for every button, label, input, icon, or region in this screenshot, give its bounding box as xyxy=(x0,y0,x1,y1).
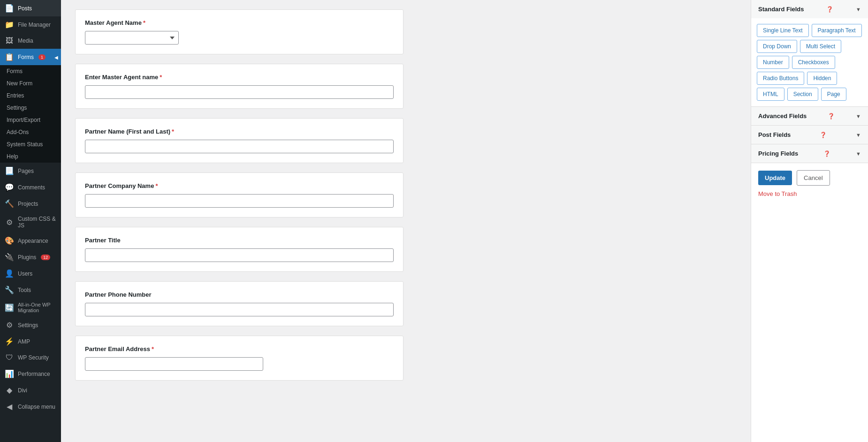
field-partner-company-name: Partner Company Name * xyxy=(75,172,404,217)
input-master-agent-name[interactable] xyxy=(85,31,179,45)
sidebar-item-label: WP Security xyxy=(18,354,49,361)
post-fields-header[interactable]: Post Fields ❓ ▼ xyxy=(751,126,868,144)
field-label-partner-email: Partner Email Address * xyxy=(85,345,394,352)
field-label-partner-name: Partner Name (First and Last) * xyxy=(85,128,394,135)
add-ons-label: Add-Ons xyxy=(7,129,29,135)
advanced-fields-help-icon[interactable]: ❓ xyxy=(828,113,835,120)
post-fields-section: Post Fields ❓ ▼ xyxy=(751,126,868,144)
input-partner-email[interactable] xyxy=(85,357,263,371)
btn-section[interactable]: Section xyxy=(787,88,818,101)
btn-multi-select[interactable]: Multi Select xyxy=(800,40,841,53)
field-label-partner-company-name: Partner Company Name * xyxy=(85,182,394,189)
advanced-fields-title: Advanced Fields xyxy=(758,112,807,120)
sidebar-item-all-in-one[interactable]: 🔄 All-in-One WP Migration xyxy=(0,298,61,317)
sidebar-item-custom-css-js[interactable]: ⚙ Custom CSS & JS xyxy=(0,212,61,232)
sidebar-item-forms[interactable]: 📋 Forms 1 ◀ xyxy=(0,49,61,65)
sidebar-item-label: Posts xyxy=(18,5,32,12)
post-fields-help-icon[interactable]: ❓ xyxy=(820,132,827,138)
btn-checkboxes[interactable]: Checkboxes xyxy=(792,56,835,69)
pricing-fields-help-icon[interactable]: ❓ xyxy=(823,150,830,157)
wp-security-icon: 🛡 xyxy=(5,353,14,362)
btn-single-line-text[interactable]: Single Line Text xyxy=(757,24,809,37)
sidebar-item-entries[interactable]: Entries xyxy=(0,90,61,102)
sidebar-item-forms-root[interactable]: Forms xyxy=(0,65,61,77)
input-partner-company-name[interactable] xyxy=(85,194,394,208)
sidebar-item-tools[interactable]: 🔧 Tools xyxy=(0,282,61,298)
standard-fields-body: Single Line Text Paragraph Text Drop Dow… xyxy=(751,18,868,106)
forms-arrow: ◀ xyxy=(54,54,58,60)
btn-html[interactable]: HTML xyxy=(757,88,784,101)
input-enter-master-agent-name[interactable] xyxy=(85,85,394,99)
sidebar-item-users[interactable]: 👤 Users xyxy=(0,265,61,282)
cancel-button[interactable]: Cancel xyxy=(797,170,830,186)
pricing-fields-title: Pricing Fields xyxy=(758,150,798,157)
standard-fields-help-icon[interactable]: ❓ xyxy=(826,6,833,13)
standard-fields-section: Standard Fields ❓ ▼ Single Line Text Par… xyxy=(751,0,868,107)
main-content: Master Agent Name * Enter Master Agent n… xyxy=(61,0,751,442)
amp-icon: ⚡ xyxy=(5,337,14,346)
sidebar-item-label: Projects xyxy=(18,201,38,207)
plugins-badge: 12 xyxy=(41,255,50,260)
sidebar-item-file-manager[interactable]: 📁 File Manager xyxy=(0,16,61,33)
plugins-icon: 🔌 xyxy=(5,253,14,262)
sidebar-item-help[interactable]: Help xyxy=(0,150,61,163)
sidebar-item-appearance[interactable]: 🎨 Appearance xyxy=(0,232,61,249)
panel-actions: Update Cancel Move to Trash xyxy=(751,163,868,204)
sidebar-item-settings-main[interactable]: ⚙ Settings xyxy=(0,317,61,333)
sidebar-item-media[interactable]: 🖼 Media xyxy=(0,33,61,49)
input-partner-title[interactable] xyxy=(85,248,394,262)
sidebar-item-comments[interactable]: 💬 Comments xyxy=(0,179,61,195)
all-in-one-icon: 🔄 xyxy=(5,303,14,312)
sidebar-item-pages[interactable]: 📃 Pages xyxy=(0,163,61,179)
comments-icon: 💬 xyxy=(5,183,14,192)
sidebar-item-posts[interactable]: 📄 Posts xyxy=(0,0,61,16)
forms-root-label: Forms xyxy=(7,68,23,75)
sidebar-item-projects[interactable]: 🔨 Projects xyxy=(0,195,61,212)
btn-hidden[interactable]: Hidden xyxy=(807,72,837,85)
sidebar-item-label: Pages xyxy=(18,168,34,174)
sidebar-item-label: Collapse menu xyxy=(18,404,55,410)
field-label-partner-phone: Partner Phone Number xyxy=(85,291,394,298)
sidebar-item-wp-security[interactable]: 🛡 WP Security xyxy=(0,350,61,366)
sidebar-item-divi[interactable]: ◆ Divi xyxy=(0,382,61,398)
sidebar-item-system-status[interactable]: System Status xyxy=(0,138,61,150)
standard-fields-header[interactable]: Standard Fields ❓ ▼ xyxy=(751,0,868,18)
sidebar: 📄 Posts 📁 File Manager 🖼 Media 📋 Forms 1… xyxy=(0,0,61,442)
sidebar-item-label: Settings xyxy=(18,322,38,329)
advanced-fields-header[interactable]: Advanced Fields ❓ ▼ xyxy=(751,107,868,125)
move-to-trash-button[interactable]: Move to Trash xyxy=(758,190,797,197)
input-partner-name[interactable] xyxy=(85,140,394,153)
advanced-fields-expand-icon: ▼ xyxy=(856,113,861,119)
btn-number[interactable]: Number xyxy=(757,56,789,69)
new-form-label: New Form xyxy=(7,80,32,87)
required-star: * xyxy=(160,74,162,81)
btn-page[interactable]: Page xyxy=(821,88,846,101)
sidebar-item-new-form[interactable]: New Form xyxy=(0,77,61,90)
sidebar-item-label: Comments xyxy=(18,184,45,191)
btn-drop-down[interactable]: Drop Down xyxy=(757,40,797,53)
users-icon: 👤 xyxy=(5,269,14,278)
field-partner-title: Partner Title xyxy=(75,227,404,272)
pricing-fields-header[interactable]: Pricing Fields ❓ ▼ xyxy=(751,144,868,163)
input-partner-phone[interactable] xyxy=(85,303,394,316)
sidebar-item-amp[interactable]: ⚡ AMP xyxy=(0,333,61,350)
sidebar-item-plugins[interactable]: 🔌 Plugins 12 xyxy=(0,249,61,265)
sidebar-item-settings[interactable]: Settings xyxy=(0,102,61,114)
sidebar-item-label: Custom CSS & JS xyxy=(18,216,56,229)
update-button[interactable]: Update xyxy=(758,171,792,185)
sidebar-item-import-export[interactable]: Import/Export xyxy=(0,114,61,126)
custom-css-js-icon: ⚙ xyxy=(5,218,14,227)
pages-icon: 📃 xyxy=(5,166,14,175)
sidebar-item-collapse[interactable]: ◀ Collapse menu xyxy=(0,398,61,415)
help-label: Help xyxy=(7,153,18,160)
btn-radio-buttons[interactable]: Radio Buttons xyxy=(757,72,804,85)
field-partner-phone: Partner Phone Number xyxy=(75,281,404,326)
btn-paragraph-text[interactable]: Paragraph Text xyxy=(812,24,862,37)
sidebar-item-label: Users xyxy=(18,270,32,277)
posts-icon: 📄 xyxy=(5,4,14,13)
sidebar-item-performance[interactable]: 📊 Performance xyxy=(0,366,61,382)
form-area: Master Agent Name * Enter Master Agent n… xyxy=(61,0,751,442)
media-icon: 🖼 xyxy=(5,37,14,45)
sidebar-item-label: Performance xyxy=(18,371,50,377)
sidebar-item-add-ons[interactable]: Add-Ons xyxy=(0,126,61,138)
